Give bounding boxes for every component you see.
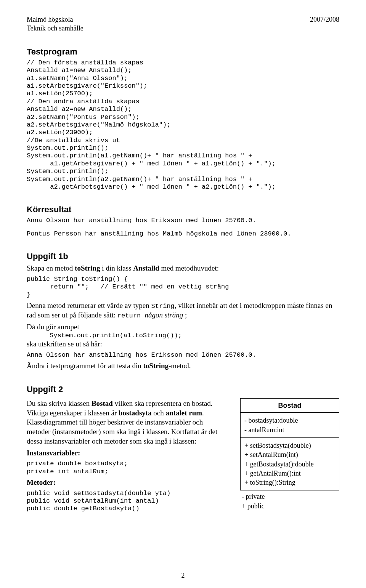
uppgift2-left: Du ska skriva klassen Bostad vilken ska … xyxy=(27,397,226,513)
uml-class-box: Bostad - bostadsyta:double - antalRum:in… xyxy=(240,398,339,490)
intro-text: med metodhuvudet: xyxy=(159,264,219,272)
header-school: Malmö högskola xyxy=(27,15,83,24)
output-line-2: Pontus Persson har anställning hos Malmö… xyxy=(27,230,339,238)
code-instansvariabler: private double bostadsyta; private int a… xyxy=(27,460,226,476)
p2-mono-string: String xyxy=(151,303,175,310)
p2-text: Denna metod returnerar ett värde av type… xyxy=(27,301,151,309)
p2-mono-return: return xyxy=(117,312,144,319)
output-expected: Anna Olsson har anställning hos Eriksson… xyxy=(27,351,339,359)
p5-text: Ändra i testprogrammet för att testa din xyxy=(27,362,143,370)
header-dept: Teknik och samhälle xyxy=(27,24,83,33)
uml-legend: - private + public xyxy=(240,490,339,511)
code-tostring: public String toString() { return ""; //… xyxy=(27,276,339,299)
uppgift2-p1: Du ska skriva klassen Bostad vilken ska … xyxy=(27,399,226,446)
p1-bold-bostad: Bostad xyxy=(92,399,113,407)
heading-uppgift-1b: Uppgift 1b xyxy=(27,252,339,261)
intro-text: Skapa en metod xyxy=(27,264,75,272)
uppgift2-row: Du ska skriva klassen Bostad vilken ska … xyxy=(27,397,339,513)
legend-public: + public xyxy=(242,501,339,511)
p1-bold-bostadsyta: bostadsyta xyxy=(119,409,152,417)
p2-text: ; xyxy=(183,311,187,319)
uml-class-title: Bostad xyxy=(241,399,339,412)
intro-bold-tostring: toString xyxy=(75,264,100,272)
header-left: Malmö högskola Teknik och samhälle xyxy=(27,15,83,33)
document-page: Malmö högskola Teknik och samhälle 2007/… xyxy=(0,0,366,588)
uppgift1b-p3: Då du gör anropet xyxy=(27,322,339,332)
p5-bold: toString xyxy=(143,362,169,370)
heading-testprogram: Testprogram xyxy=(27,47,339,57)
uml-operations: + setBostadsyta(double) + setAntalRum(in… xyxy=(241,438,339,490)
legend-private: - private xyxy=(242,492,339,501)
heading-uppgift-2: Uppgift 2 xyxy=(27,385,339,394)
page-header: Malmö högskola Teknik och samhälle 2007/… xyxy=(27,15,339,33)
uml-attributes: - bostadsyta:double - antalRum:int xyxy=(241,413,339,437)
p5-text: -metod. xyxy=(169,362,191,370)
heading-korresultat: Körresultat xyxy=(27,205,339,215)
heading-metoder: Metoder: xyxy=(27,478,226,487)
uppgift1b-p2: Denna metod returnerar ett värde av type… xyxy=(27,301,339,320)
uppgift1b-intro: Skapa en metod toString i din klass Anst… xyxy=(27,264,339,273)
intro-text: i din klass xyxy=(100,264,133,272)
p1-bold-antalrum: antalet rum xyxy=(166,409,202,417)
intro-bold-anstalld: Anstalld xyxy=(133,264,159,272)
p1-text: Du ska skriva klassen xyxy=(27,399,92,407)
code-call: System.out.println(a1.toString()); xyxy=(50,332,339,340)
p2-italic: någon sträng xyxy=(144,311,183,319)
code-metoder: public void setBostadsyta(double yta) pu… xyxy=(27,490,226,513)
uppgift1b-p4: ska utskriften se ut så här: xyxy=(27,340,339,349)
p1-text: och xyxy=(152,409,166,417)
header-year: 2007/2008 xyxy=(310,15,339,33)
uppgift1b-p5: Ändra i testprogrammet för att testa din… xyxy=(27,361,339,371)
code-testprogram: // Den första anställda skapas Anstalld … xyxy=(27,59,339,191)
output-line-1: Anna Olsson har anställning hos Eriksson… xyxy=(27,217,339,224)
page-number: 2 xyxy=(0,572,366,580)
heading-instansvariabler: Instansvariabler: xyxy=(27,449,226,458)
uml-diagram-column: Bostad - bostadsyta:double - antalRum:in… xyxy=(240,398,339,511)
